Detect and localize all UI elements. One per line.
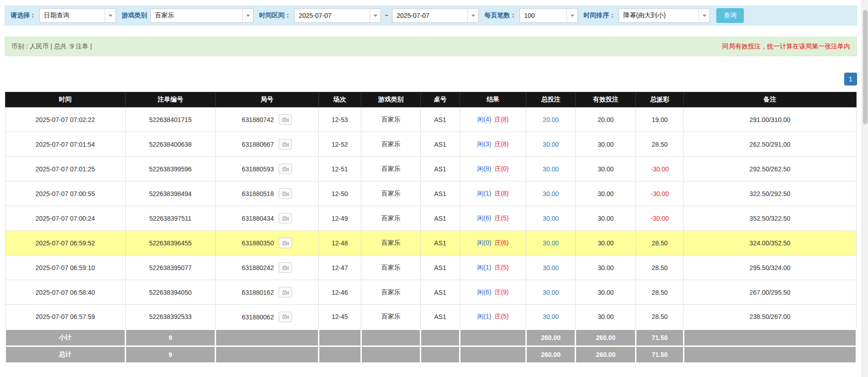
grand-total-payout: 71.50 bbox=[636, 346, 683, 363]
date-from-select[interactable]: 2025-07-07 bbox=[294, 8, 381, 23]
result-player: 闲(0) bbox=[477, 239, 491, 246]
cell-round-id: 631880350 bbox=[216, 231, 318, 255]
vertical-scrollbar[interactable] bbox=[862, 0, 868, 377]
replay-video-icon[interactable] bbox=[279, 238, 292, 248]
page-button-1[interactable]: 1 bbox=[844, 73, 857, 85]
cell-note: 352.50/322.50 bbox=[683, 206, 856, 231]
page-size-select[interactable]: 100 bbox=[519, 8, 578, 23]
bet-records-page: 请选择： 日期查询 游戏类别 百家乐 时间区间： 2025-07-07 ~ 20… bbox=[0, 0, 868, 377]
table-row[interactable]: 2025-07-07 07:00:55 522638398494 6318805… bbox=[5, 181, 857, 206]
cell-game-type: 百家乐 bbox=[361, 181, 420, 206]
result-banker: 庄(8) bbox=[494, 190, 508, 197]
chevron-down-icon[interactable] bbox=[242, 9, 253, 22]
total-bet-link[interactable]: 30.00 bbox=[543, 289, 559, 296]
total-bet-link[interactable]: 20.00 bbox=[543, 116, 559, 123]
chevron-down-icon[interactable] bbox=[566, 9, 577, 22]
cell-bet-id: 522638400638 bbox=[125, 132, 215, 157]
cell-time: 2025-07-07 07:02:22 bbox=[5, 107, 126, 132]
result-player: 闲(8) bbox=[477, 165, 491, 172]
chevron-down-icon[interactable] bbox=[699, 9, 709, 22]
table-row[interactable]: 2025-07-07 06:57:59 522638392533 6318800… bbox=[5, 305, 857, 329]
replay-video-icon[interactable] bbox=[279, 312, 292, 322]
total-bet-link[interactable]: 30.00 bbox=[543, 215, 559, 222]
game-type-label: 游戏类别 bbox=[122, 11, 147, 20]
total-bet-link[interactable]: 30.00 bbox=[543, 264, 559, 271]
result-player: 闲(4) bbox=[477, 116, 491, 123]
table-row[interactable]: 2025-07-07 07:00:24 522638397511 6318804… bbox=[5, 206, 857, 231]
total-bet-link[interactable]: 30.00 bbox=[543, 141, 559, 148]
chevron-down-icon[interactable] bbox=[467, 9, 478, 22]
round-number: 631880242 bbox=[242, 264, 274, 271]
table-row[interactable]: 2025-07-07 07:01:54 522638400638 6318806… bbox=[5, 132, 857, 157]
cell-round-id: 631880162 bbox=[216, 280, 318, 305]
cell-total-bet: 30.00 bbox=[526, 255, 576, 280]
search-button[interactable]: 查询 bbox=[716, 8, 744, 23]
query-type-select[interactable]: 日期查询 bbox=[39, 8, 116, 23]
total-bet-link[interactable]: 30.00 bbox=[543, 165, 559, 173]
cell-bet-id: 522638392533 bbox=[125, 305, 215, 329]
replay-video-icon[interactable] bbox=[279, 213, 292, 223]
replay-video-icon[interactable] bbox=[279, 139, 292, 149]
cell-result: 闲(1) 庄(8) bbox=[460, 181, 526, 206]
cell-game-type: 百家乐 bbox=[361, 132, 420, 157]
cell-game-type: 百家乐 bbox=[361, 280, 420, 305]
total-bet-link[interactable]: 30.00 bbox=[543, 239, 559, 247]
footer-empty-cell bbox=[460, 329, 526, 346]
result-banker: 庄(8) bbox=[494, 140, 508, 148]
chevron-down-icon[interactable] bbox=[105, 9, 116, 22]
cell-result: 闲(3) 庄(8) bbox=[460, 132, 526, 157]
cell-game-type: 百家乐 bbox=[361, 255, 420, 280]
date-from-value: 2025-07-07 bbox=[295, 9, 370, 22]
subtotal-row: 小计 9 260.00 260.00 71.50 bbox=[5, 329, 857, 346]
footer-empty-cell bbox=[460, 346, 526, 363]
replay-video-icon[interactable] bbox=[279, 114, 292, 125]
sort-order-label: 时间排序： bbox=[583, 11, 615, 20]
cell-payout: 19.00 bbox=[636, 107, 683, 132]
header-session: 场次 bbox=[318, 92, 361, 107]
header-payout: 总派彩 bbox=[636, 92, 683, 107]
cell-round-id: 631880593 bbox=[216, 157, 318, 181]
replay-video-icon[interactable] bbox=[279, 188, 292, 199]
table-body: 2025-07-07 07:02:22 522638401715 6318807… bbox=[5, 107, 857, 329]
chevron-down-icon[interactable] bbox=[370, 9, 381, 22]
time-range-label: 时间区间： bbox=[259, 11, 291, 20]
date-to-select[interactable]: 2025-07-07 bbox=[392, 8, 479, 23]
cell-payout: 28.50 bbox=[636, 280, 683, 305]
table-row[interactable]: 2025-07-07 07:02:22 522638401715 6318807… bbox=[5, 107, 857, 132]
grand-total-total-bet: 260.00 bbox=[526, 346, 576, 363]
table-row[interactable]: 2025-07-07 06:59:52 522638396455 6318803… bbox=[5, 231, 857, 255]
result-banker: 庄(5) bbox=[494, 214, 508, 222]
table-row[interactable]: 2025-07-07 06:58:40 522638394050 6318801… bbox=[5, 280, 857, 305]
table-row[interactable]: 2025-07-07 07:01:25 522638399596 6318805… bbox=[5, 157, 857, 181]
result-player: 闲(1) bbox=[477, 190, 491, 197]
cell-session: 12-48 bbox=[318, 231, 361, 255]
cell-valid-bet: 30.00 bbox=[576, 206, 636, 231]
replay-video-icon[interactable] bbox=[279, 287, 292, 297]
cell-session: 12-52 bbox=[318, 132, 361, 157]
total-bet-link[interactable]: 30.00 bbox=[543, 313, 559, 320]
cell-table-no: AS1 bbox=[421, 305, 460, 329]
cell-payout: -30.00 bbox=[636, 206, 683, 231]
total-bet-link[interactable]: 30.00 bbox=[543, 190, 559, 197]
cell-time: 2025-07-07 07:00:55 bbox=[5, 181, 126, 206]
game-type-select[interactable]: 百家乐 bbox=[150, 8, 254, 23]
footer-empty-cell bbox=[683, 329, 856, 346]
sort-order-select[interactable]: 降幂(由大到小) bbox=[619, 8, 710, 23]
footer-empty-cell bbox=[318, 346, 361, 363]
cell-total-bet: 30.00 bbox=[526, 132, 576, 157]
table-row[interactable]: 2025-07-07 06:59:10 522638395077 6318802… bbox=[5, 255, 857, 280]
cell-game-type: 百家乐 bbox=[361, 231, 420, 255]
footer-empty-cell bbox=[216, 346, 318, 363]
cell-time: 2025-07-07 07:01:54 bbox=[5, 132, 126, 157]
replay-video-icon[interactable] bbox=[279, 262, 292, 273]
cell-note: 291.00/310.00 bbox=[683, 107, 856, 132]
replay-video-icon[interactable] bbox=[279, 164, 292, 174]
currency-total-summary: 币别 : 人民币 | 总共 :9 注单 | bbox=[11, 42, 92, 51]
valid-bet-notice: 同局有效投注，统一计算在该局第一张注单内 bbox=[722, 42, 850, 51]
footer-empty-cell bbox=[683, 346, 856, 363]
cell-game-type: 百家乐 bbox=[361, 107, 420, 132]
cell-note: 262.50/291.00 bbox=[683, 132, 856, 157]
cell-result: 闲(6) 庄(9) bbox=[460, 280, 526, 305]
scrollbar-thumb[interactable] bbox=[863, 10, 868, 124]
cell-session: 12-53 bbox=[318, 107, 361, 132]
